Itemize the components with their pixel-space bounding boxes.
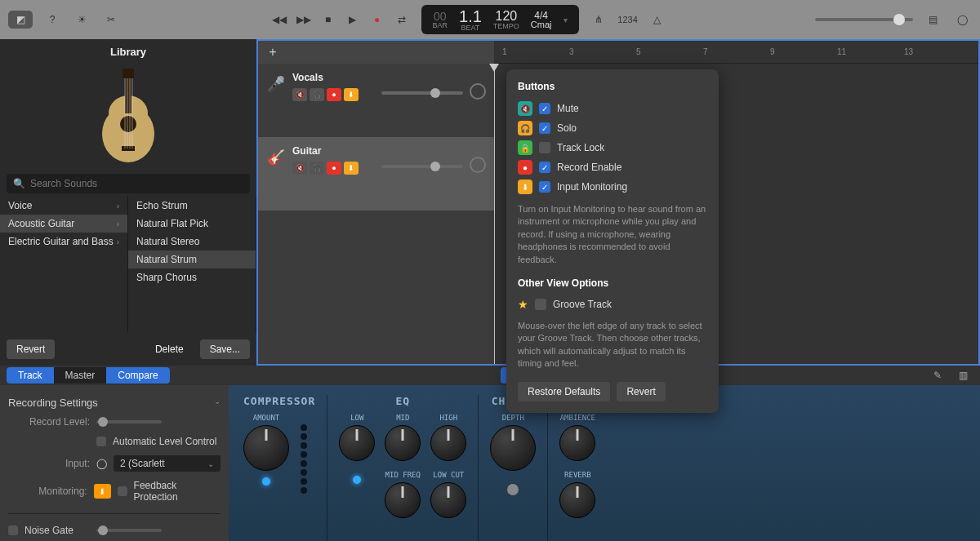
- settings-icon[interactable]: ☀: [72, 10, 91, 29]
- input-dropdown[interactable]: 2 (Scarlett⌄: [114, 455, 220, 472]
- lcd-display[interactable]: 00BAR 1.1BEAT 120TEMPO 4/4Cmaj ▾: [421, 5, 579, 34]
- view-tab[interactable]: Track: [7, 367, 54, 384]
- library-category-item[interactable]: Acoustic Guitar›: [0, 215, 127, 233]
- add-track-button[interactable]: +: [265, 44, 281, 60]
- metronome-icon[interactable]: △: [648, 10, 667, 29]
- compressor-amount-knob[interactable]: [243, 425, 289, 471]
- library-category-item[interactable]: Voice›: [0, 197, 127, 215]
- forward-icon[interactable]: ▶▶: [294, 10, 314, 29]
- eq-mid-knob[interactable]: [385, 425, 421, 461]
- notepad-icon[interactable]: ▤: [923, 10, 942, 29]
- view-tab[interactable]: Compare: [106, 367, 169, 384]
- popover-revert-button[interactable]: Revert: [617, 382, 665, 401]
- chevron-down-icon[interactable]: ⌄: [214, 397, 220, 409]
- library-preset-item[interactable]: Echo Strum: [128, 197, 256, 215]
- feedback-checkbox[interactable]: [118, 486, 127, 496]
- record-icon[interactable]: ●: [368, 10, 387, 29]
- cycle-icon[interactable]: ⇄: [392, 10, 412, 29]
- playhead[interactable]: [494, 64, 495, 364]
- svg-rect-5: [122, 146, 135, 151]
- groove-checkbox[interactable]: [535, 299, 546, 310]
- library-preset-item[interactable]: Natural Strum: [128, 251, 256, 268]
- search-input[interactable]: 🔍Search Sounds: [7, 174, 250, 193]
- library-toggle-icon[interactable]: ◩: [8, 11, 33, 29]
- restore-defaults-button[interactable]: Restore Defaults: [518, 382, 610, 401]
- timeline-ruler[interactable]: 135791113: [494, 41, 978, 64]
- library-preset-item[interactable]: Natural Flat Pick: [128, 215, 256, 233]
- input-label: Input:: [8, 458, 90, 469]
- solo-button[interactable]: 🎧: [310, 88, 324, 101]
- ambience-knob[interactable]: [559, 425, 595, 461]
- popover-row-label: Solo: [557, 122, 577, 134]
- ruler-mark: 5: [636, 47, 641, 56]
- countin-icon[interactable]: 1234: [618, 10, 638, 29]
- input-monitor-button[interactable]: ⬇: [344, 88, 359, 101]
- library-preset-item[interactable]: Sharp Chorus: [128, 268, 256, 286]
- view-tabs: TrackMasterCompare: [7, 367, 170, 384]
- monitoring-button[interactable]: ⬇: [94, 484, 111, 499]
- track-volume-slider[interactable]: [381, 91, 463, 95]
- track-row[interactable]: 🎸 Guitar 🔇 🎧 ● ⬇: [258, 137, 494, 211]
- compressor-led[interactable]: [262, 477, 270, 486]
- chorus-depth-knob[interactable]: [490, 425, 536, 471]
- smart-controls-panel: TrackMasterCompare ControlsEQ ✎ ▥ Record…: [0, 366, 980, 541]
- solo-button[interactable]: 🎧: [310, 162, 324, 175]
- help-icon[interactable]: ?: [42, 10, 62, 29]
- inspector-icon[interactable]: ▥: [954, 366, 973, 385]
- monitor-checkbox[interactable]: ✓: [539, 181, 550, 193]
- tuner-icon[interactable]: ⋔: [589, 10, 608, 29]
- library-title: Library: [0, 39, 256, 64]
- mute-button[interactable]: 🔇: [292, 162, 307, 175]
- mic-icon: 🎤: [266, 75, 286, 93]
- track-pan-knob[interactable]: [470, 83, 486, 100]
- svg-rect-4: [122, 69, 134, 78]
- groove-label: Groove Track: [553, 299, 612, 310]
- auto-level-label: Automatic Level Control: [113, 436, 216, 447]
- solo-checkbox[interactable]: ✓: [539, 122, 550, 134]
- compressor-title: COMPRESSOR: [243, 395, 315, 407]
- library-preset-item[interactable]: Natural Stereo: [128, 233, 256, 251]
- record-level-label: Record Level:: [8, 416, 90, 428]
- scissors-icon[interactable]: ✂: [101, 10, 121, 29]
- eq-high-knob[interactable]: [430, 425, 466, 461]
- library-category-item[interactable]: Electric Guitar and Bass›: [0, 233, 127, 251]
- noise-gate-slider[interactable]: [96, 529, 162, 532]
- stop-icon[interactable]: ■: [318, 10, 338, 29]
- ruler-mark: 3: [569, 47, 574, 56]
- master-volume-slider[interactable]: [815, 18, 913, 21]
- mute-button[interactable]: 🔇: [292, 88, 307, 101]
- input-monitor-button[interactable]: ⬇: [344, 162, 359, 175]
- view-tab[interactable]: Master: [54, 367, 107, 384]
- eq-lowcut-knob[interactable]: [430, 482, 466, 518]
- chorus-led[interactable]: [507, 484, 519, 495]
- recording-settings: Recording Settings⌄ Record Level: Automa…: [0, 385, 229, 541]
- rewind-icon[interactable]: ◀◀: [270, 10, 289, 29]
- play-icon[interactable]: ▶: [343, 10, 363, 29]
- mute-checkbox[interactable]: ✓: [539, 103, 550, 114]
- library-revert-button[interactable]: Revert: [7, 339, 55, 359]
- library-panel: Library 🔍Search Sounds Voice›Acoustic Gu…: [0, 39, 256, 366]
- svg-rect-3: [125, 73, 131, 113]
- noise-gate-checkbox[interactable]: [8, 525, 18, 535]
- track-volume-slider[interactable]: [381, 165, 463, 168]
- library-delete-button[interactable]: Delete: [145, 339, 194, 359]
- eq-led[interactable]: [353, 476, 361, 484]
- star-icon: ★: [518, 298, 528, 311]
- track-row[interactable]: 🎤 Vocals 🔇 🎧 ● ⬇: [258, 64, 494, 137]
- eq-low-knob[interactable]: [339, 425, 375, 461]
- record-level-slider[interactable]: [96, 420, 162, 423]
- reverb-knob[interactable]: [559, 482, 595, 518]
- loops-icon[interactable]: ◯: [952, 10, 972, 29]
- record-enable-button[interactable]: ●: [327, 162, 341, 175]
- record-enable-button[interactable]: ●: [327, 88, 341, 101]
- edit-icon[interactable]: ✎: [928, 366, 947, 385]
- lcd-tempo: 120: [495, 10, 517, 23]
- search-icon: 🔍: [13, 178, 25, 189]
- auto-level-checkbox[interactable]: [96, 437, 106, 446]
- input-ring-icon[interactable]: ◯: [96, 458, 107, 469]
- rec-checkbox[interactable]: ✓: [539, 162, 550, 173]
- lock-checkbox[interactable]: [539, 142, 550, 153]
- library-save-button[interactable]: Save...: [200, 339, 250, 359]
- track-pan-knob[interactable]: [470, 157, 486, 173]
- eq-midfreq-knob[interactable]: [385, 482, 421, 518]
